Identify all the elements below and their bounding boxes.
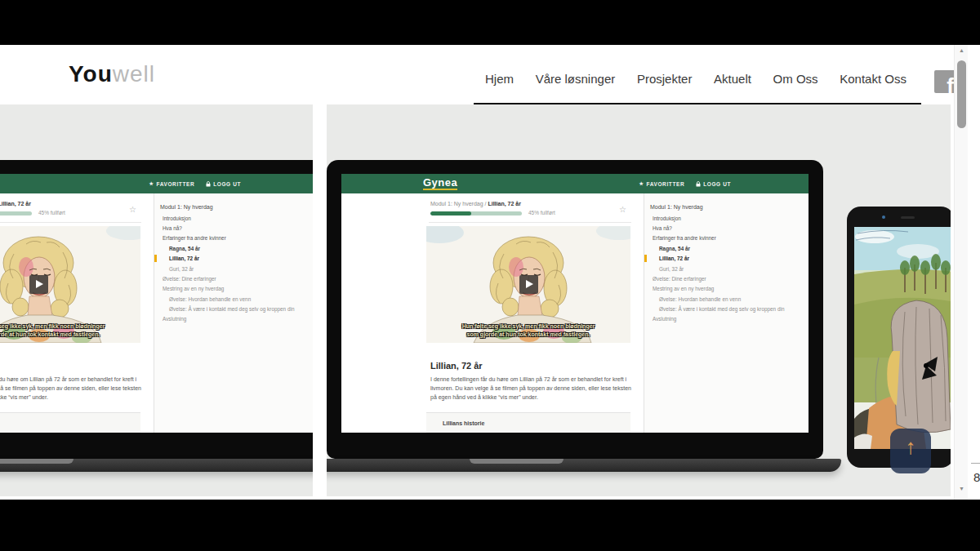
laptop-base [327,459,841,472]
gynea-appbar: Gynea ★FAVORITTER LOGG UT [0,174,313,193]
laptop-base [0,459,313,472]
breadcrumb: Modul 1: Ny hverdag / Lillian, 72 år [0,201,31,207]
scrollbar-thumb[interactable] [957,60,966,128]
nav-item-kontakt-oss[interactable]: Kontakt Oss [840,72,906,93]
phone-illustration [854,227,951,449]
scrollbar[interactable]: ▲ ▼ [954,45,968,500]
laptop-screen: Gynea ★FAVORITTER LOGG UT Modul 1: Ny hv… [341,174,808,433]
bookmark-star-icon[interactable]: ☆ [619,205,626,214]
youwell-logo[interactable]: Youwell [69,61,155,87]
sidebar-item[interactable]: Avslutning [644,314,808,324]
laptop-screen: Gynea ★FAVORITTER LOGG UT Modul 1: Ny hv… [0,174,313,433]
sidebar-item[interactable]: Ragna, 54 år [154,243,313,253]
sidebar-item[interactable]: Erfaringer fra andre kvinner [644,233,808,243]
browser-page: Youwell Hjem Våre løsninger Prosjekter A… [0,45,980,500]
progress-bar [430,211,522,216]
gynea-appbar: Gynea ★FAVORITTER LOGG UT [341,174,808,193]
sidebar-item[interactable]: Avslutning [154,314,313,324]
page-title: Lillian, 72 år [430,361,483,371]
sidebar-item[interactable]: Erfaringer fra andre kvinner [154,233,313,243]
gynea-logo[interactable]: Gynea [423,177,457,191]
sidebar-item[interactable]: Øvelse: Hvordan behandle en venn [154,294,313,304]
sidebar-item[interactable]: Introduksjon [154,213,313,223]
module-sidebar: Modul 1: Ny hverdag IntroduksjonHva nå?E… [154,193,313,433]
sidebar-item[interactable]: Øvelse: Dine erfaringer [154,273,313,283]
nav-item-hjem[interactable]: Hjem [485,72,514,93]
site-header: Youwell Hjem Våre løsninger Prosjekter A… [0,45,980,104]
edge-divider-fragment [971,463,980,464]
divider [429,222,631,223]
divider [0,222,141,223]
play-button[interactable] [519,275,538,294]
sidebar-title: Modul 1: Ny hverdag [644,193,808,213]
lock-icon [206,181,211,187]
scroll-to-top-button[interactable]: ↑ [890,429,931,473]
phone-camera-dot [882,216,885,219]
laptop-mockup: Gynea ★FAVORITTER LOGG UT Modul 1: Ny hv… [0,160,313,459]
sidebar-item[interactable]: Mestring av en ny hverdag [644,284,808,294]
progress-fill [430,211,471,216]
laptop-notch [0,459,74,464]
logo-text-you: You [69,61,113,87]
nav-item-prosjekter[interactable]: Prosjekter [637,72,693,93]
section-lillians-historie[interactable]: Lillians historie [0,412,140,433]
phone-speaker [901,216,915,219]
play-icon [526,280,533,288]
carousel-slide-previous[interactable]: Gynea ★FAVORITTER LOGG UT Modul 1: Ny hv… [0,104,313,496]
nav-item-aktuelt[interactable]: Aktuelt [714,72,751,93]
main-navigation: Hjem Våre løsninger Prosjekter Aktuelt O… [474,72,921,93]
facebook-glyph: f [947,73,954,93]
sidebar-item[interactable]: Mestring av en ny hverdag [154,284,313,294]
sidebar-item[interactable]: Øvelse: Dine erfaringer [644,273,808,283]
laptop-mockup: Gynea ★FAVORITTER LOGG UT Modul 1: Ny hv… [327,160,823,459]
sidebar-item[interactable]: Hva nå? [644,223,808,233]
play-icon [36,280,43,288]
progress-bar [0,211,32,216]
sidebar-item-list: IntroduksjonHva nå?Erfaringer fra andre … [644,213,808,324]
carousel-slide-current[interactable]: Gynea ★FAVORITTER LOGG UT Modul 1: Ny hv… [327,104,951,496]
up-arrow-icon: ↑ [890,436,931,457]
favoritter-button[interactable]: ★FAVORITTER [149,181,195,187]
edge-text-fragment: 8 [973,470,980,484]
intro-paragraph: I denne fortellingen får du høre om Lill… [0,375,147,402]
sidebar-item[interactable]: Øvelse: Å være i kontakt med deg selv og… [154,304,313,313]
phone-screen [854,227,951,449]
logo-text-well: well [113,61,155,87]
sidebar-item[interactable]: Øvelse: Å være i kontakt med deg selv og… [644,304,808,313]
video-subtitles: Hun følte seg ikke syk, men fikk noen bl… [426,322,630,338]
star-icon: ★ [639,181,644,186]
intro-paragraph: I denne fortellingen får du høre om Lill… [430,375,637,402]
sidebar-item[interactable]: Introduksjon [644,213,808,223]
video-player[interactable]: Hun følte seg ikke syk, men fikk noen bl… [0,226,140,343]
nav-item-vare-losninger[interactable]: Våre løsninger [536,72,616,93]
sidebar-item[interactable]: Guri, 32 år [644,264,808,273]
section-lillians-historie[interactable]: Lillians historie [426,412,630,433]
sidebar-item[interactable]: Lillian, 72 år [644,254,808,264]
scrollbar-down-arrow-icon[interactable]: ▼ [955,486,969,491]
play-button[interactable] [29,275,48,294]
scrollbar-up-arrow-icon[interactable]: ▲ [955,47,969,53]
logout-button[interactable]: LOGG UT [696,181,731,187]
sidebar-title: Modul 1: Ny hverdag [154,193,313,213]
video-subtitles: Hun følte seg ikke syk, men fikk noen bl… [0,322,140,338]
bookmark-star-icon[interactable]: ☆ [129,205,136,214]
sidebar-item[interactable]: Guri, 32 år [154,264,313,273]
appbar-actions: ★FAVORITTER LOGG UT [639,181,731,187]
nav-item-om-oss[interactable]: Om Oss [773,72,818,93]
module-sidebar: Modul 1: Ny hverdag IntroduksjonHva nå?E… [644,193,808,433]
sidebar-item[interactable]: Ragna, 54 år [644,243,808,253]
video-player[interactable]: Hun følte seg ikke syk, men fikk noen bl… [426,226,630,343]
sidebar-item-list: IntroduksjonHva nå?Erfaringer fra andre … [154,213,313,324]
favoritter-button[interactable]: ★FAVORITTER [639,181,685,187]
lock-icon [696,181,701,187]
progress-label: 45% fullført [38,210,65,216]
laptop-notch [470,459,564,464]
sidebar-item[interactable]: Øvelse: Hvordan behandle en venn [644,294,808,304]
sidebar-item[interactable]: Hva nå? [154,223,313,233]
logout-button[interactable]: LOGG UT [206,181,241,187]
star-icon: ★ [149,181,154,186]
breadcrumb: Modul 1: Ny hverdag / Lillian, 72 år [430,201,521,207]
appbar-actions: ★FAVORITTER LOGG UT [149,181,241,187]
sidebar-item[interactable]: Lillian, 72 år [154,254,313,264]
progress-label: 45% fullført [528,210,555,216]
